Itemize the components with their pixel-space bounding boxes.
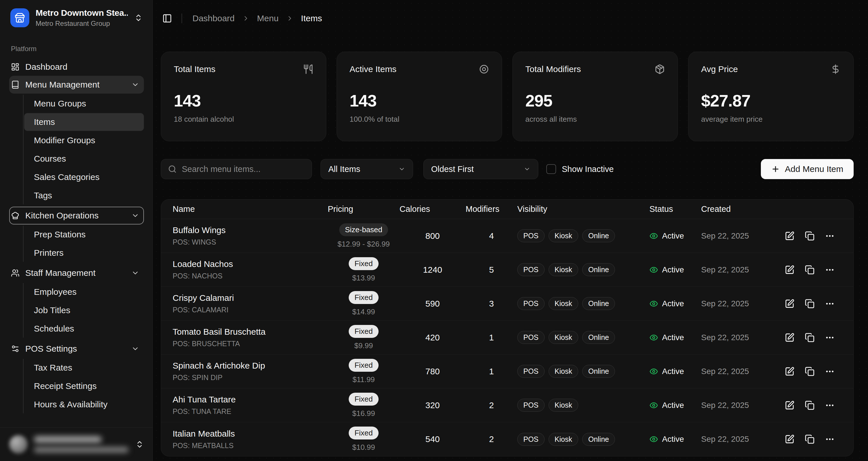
visibility-badge: Online (582, 229, 615, 242)
sidebar-item-receipt-settings[interactable]: Receipt Settings (24, 377, 144, 395)
edit-button[interactable] (781, 262, 798, 278)
breadcrumb-menu[interactable]: Menu (257, 13, 279, 23)
item-modifiers: 5 (466, 265, 517, 275)
plus-icon (771, 165, 780, 173)
stat-subtitle: 100.0% of total (349, 115, 489, 124)
sidebar-item-tax-rates[interactable]: Tax Rates (24, 359, 144, 376)
sort-dropdown[interactable]: Oldest First (423, 159, 538, 179)
sidebar-item-kitchen-operations[interactable]: Kitchen Operations (9, 207, 144, 225)
visibility-badges: POSKioskOnline (517, 297, 649, 310)
sidebar-item-staff-management[interactable]: Staff Management (9, 264, 144, 282)
visibility-badge: POS (517, 433, 545, 446)
sidebar-item-menu-groups[interactable]: Menu Groups (24, 95, 144, 112)
sidebar-item-prep-stations[interactable]: Prep Stations (24, 226, 144, 243)
more-button[interactable] (822, 262, 838, 278)
more-button[interactable] (822, 363, 838, 380)
column-header-calories: Calories (400, 204, 466, 214)
ellipsis-icon (825, 367, 835, 376)
edit-button[interactable] (781, 330, 798, 345)
edit-button[interactable] (781, 397, 798, 413)
table-row: Spinach & Artichoke Dip POS: SPIN DIP Fi… (161, 355, 854, 388)
items-filter-dropdown[interactable]: All Items (320, 159, 413, 179)
add-menu-item-button[interactable]: Add Menu Item (761, 159, 854, 179)
eye-icon (649, 333, 658, 342)
org-switcher[interactable]: Metro Downtown Stea... Metro Restaurant … (9, 6, 144, 30)
edit-button[interactable] (781, 228, 798, 244)
duplicate-button[interactable] (802, 431, 818, 447)
ellipsis-icon (825, 400, 835, 410)
eye-icon (649, 367, 658, 376)
more-button[interactable] (822, 431, 838, 447)
item-calories: 800 (400, 231, 466, 241)
item-pos-code: POS: MEATBALLS (173, 441, 328, 450)
search-box (161, 159, 312, 179)
sidebar-item-employees[interactable]: Employees (24, 283, 144, 301)
stat-card-avg-price: Avg Price $27.87 average item price (688, 52, 854, 141)
duplicate-button[interactable] (802, 330, 818, 345)
user-menu[interactable] (0, 427, 153, 461)
pricing-type-badge: Fixed (349, 427, 378, 439)
sidebar-item-items[interactable]: Items (24, 113, 144, 131)
stat-value: $27.87 (701, 91, 841, 110)
item-modifiers: 4 (466, 231, 517, 241)
item-name: Italian Meatballs (173, 429, 328, 439)
sidebar-item-dashboard[interactable]: Dashboard (9, 58, 144, 76)
item-price: $13.99 (352, 273, 375, 283)
pricing-type-badge: Fixed (349, 257, 378, 270)
chevrons-up-down-icon (135, 440, 144, 449)
duplicate-button[interactable] (802, 262, 818, 278)
visibility-badges: POSKioskOnline (517, 331, 649, 344)
more-button[interactable] (822, 397, 838, 413)
search-input[interactable] (182, 164, 305, 174)
item-price: $11.99 (352, 375, 375, 384)
sidebar-item-menu-management[interactable]: Menu Management (9, 76, 144, 94)
visibility-badge: Kiosk (549, 433, 578, 446)
package-icon (655, 64, 665, 74)
edit-icon (785, 299, 795, 308)
sidebar-item-schedules[interactable]: Schedules (24, 320, 144, 337)
edit-button[interactable] (781, 431, 798, 447)
breadcrumb-dashboard[interactable]: Dashboard (192, 13, 235, 23)
sidebar-item-courses[interactable]: Courses (24, 150, 144, 168)
visibility-badge: POS (517, 229, 545, 242)
item-modifiers: 2 (466, 434, 517, 444)
edit-button[interactable] (781, 363, 798, 380)
sidebar-item-pos-settings[interactable]: POS Settings (9, 340, 144, 358)
duplicate-button[interactable] (802, 228, 818, 244)
more-button[interactable] (822, 330, 838, 345)
users-icon (11, 269, 20, 277)
sidebar-item-printers[interactable]: Printers (24, 244, 144, 262)
visibility-badge: Kiosk (549, 263, 578, 276)
item-price: $14.99 (352, 307, 375, 316)
edit-button[interactable] (781, 296, 798, 312)
sidebar-item-tags[interactable]: Tags (24, 187, 144, 204)
utensils-icon (303, 64, 313, 74)
ellipsis-icon (825, 265, 835, 275)
panel-left-icon (162, 13, 172, 23)
chef-hat-icon (11, 211, 20, 220)
column-header-created: Created (701, 204, 781, 214)
ellipsis-icon (825, 434, 835, 444)
more-button[interactable] (822, 228, 838, 244)
stat-subtitle: across all items (525, 115, 665, 124)
stat-title: Total Modifiers (525, 64, 581, 74)
pricing-type-badge: Fixed (349, 359, 378, 372)
duplicate-button[interactable] (802, 397, 818, 413)
search-icon (168, 165, 177, 173)
chevron-right-icon (242, 14, 250, 22)
avatar (9, 435, 28, 454)
show-inactive-toggle[interactable]: Show Inactive (546, 164, 614, 174)
sidebar-item-sales-categories[interactable]: Sales Categories (24, 168, 144, 186)
more-button[interactable] (822, 296, 838, 312)
duplicate-button[interactable] (802, 296, 818, 312)
sidebar-item-modifier-groups[interactable]: Modifier Groups (24, 131, 144, 149)
sidebar-item-job-titles[interactable]: Job Titles (24, 301, 144, 319)
item-calories: 540 (400, 434, 466, 444)
item-price: $12.99 - $26.99 (338, 240, 390, 249)
sidebar-toggle-button[interactable] (159, 10, 175, 26)
stat-value: 143 (174, 91, 313, 110)
show-inactive-checkbox[interactable] (546, 164, 556, 174)
chevron-down-icon (131, 345, 139, 353)
duplicate-button[interactable] (802, 363, 818, 380)
sidebar-item-hours-availability[interactable]: Hours & Availability (24, 396, 144, 413)
